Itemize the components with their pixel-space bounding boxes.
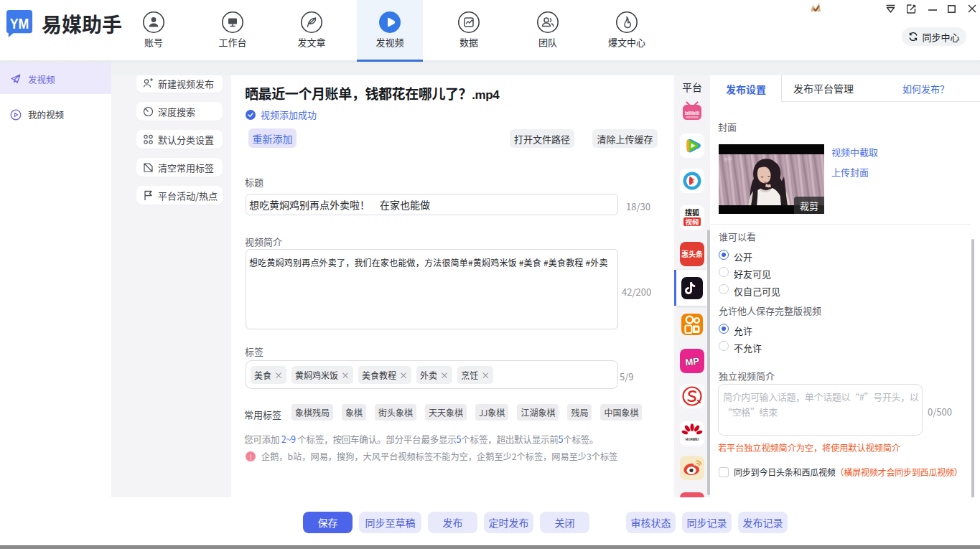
svg-text:bilibili: bilibili xyxy=(685,111,699,116)
svg-text:视频: 视频 xyxy=(685,217,699,227)
svg-text:MP: MP xyxy=(685,355,700,367)
svg-text:快手: 快手 xyxy=(724,156,732,162)
svg-text:惠头条: 惠头条 xyxy=(681,248,703,259)
svg-text:YM: YM xyxy=(10,15,29,32)
svg-text:HUAWEI: HUAWEI xyxy=(686,438,699,441)
